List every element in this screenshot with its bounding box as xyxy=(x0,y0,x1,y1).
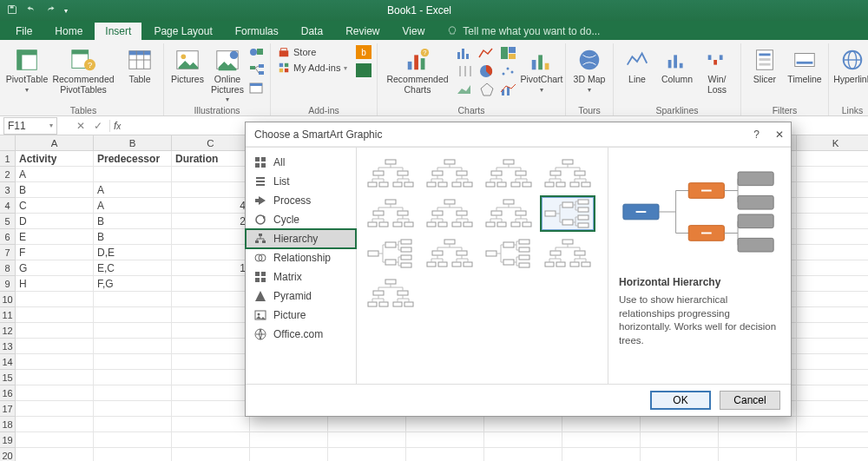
sparkline-column-button[interactable]: Column xyxy=(659,45,695,87)
cell[interactable]: B xyxy=(94,214,172,229)
row-header[interactable]: 14 xyxy=(0,354,16,370)
screenshot-icon[interactable] xyxy=(249,82,265,98)
cell[interactable] xyxy=(172,370,250,385)
cell[interactable] xyxy=(16,401,94,417)
cell[interactable] xyxy=(797,307,868,323)
ok-button[interactable]: OK xyxy=(650,391,711,410)
cell[interactable] xyxy=(16,370,94,385)
cell[interactable]: Predecessor xyxy=(94,151,172,167)
recommended-pivottables-button[interactable]: ?Recommended PivotTables xyxy=(49,45,118,96)
category-picture[interactable]: Picture xyxy=(246,306,356,325)
row-header[interactable]: 17 xyxy=(0,401,16,417)
cell[interactable] xyxy=(797,151,868,167)
cell[interactable] xyxy=(797,292,868,307)
cell[interactable] xyxy=(328,432,406,448)
column-header[interactable]: K xyxy=(797,135,868,151)
cell[interactable]: Duration xyxy=(172,151,250,167)
cell[interactable] xyxy=(719,432,797,448)
tab-insert[interactable]: Insert xyxy=(95,23,141,40)
cell[interactable] xyxy=(562,432,641,448)
help-icon[interactable]: ? xyxy=(753,128,760,141)
pie-chart-icon[interactable] xyxy=(477,63,498,81)
my-addins-button[interactable]: My Add-ins▾ xyxy=(276,61,352,75)
cell[interactable] xyxy=(797,448,868,461)
category-cycle[interactable]: Cycle xyxy=(246,210,356,229)
layout-thumb[interactable] xyxy=(364,276,418,311)
cell[interactable]: E xyxy=(16,229,94,245)
cell[interactable] xyxy=(172,292,250,307)
tab-formulas[interactable]: Formulas xyxy=(225,23,289,40)
row-header[interactable]: 10 xyxy=(0,292,16,307)
category-officecom[interactable]: Office.com xyxy=(246,325,356,344)
category-matrix[interactable]: Matrix xyxy=(246,267,356,286)
cell[interactable] xyxy=(562,417,641,432)
online-pictures-button[interactable]: Online Pictures xyxy=(209,45,246,106)
row-header[interactable]: 6 xyxy=(0,229,16,245)
category-hierarchy[interactable]: Hierarchy xyxy=(246,229,356,248)
people-graph-icon[interactable] xyxy=(356,63,372,80)
qat-dropdown-icon[interactable]: ▾ xyxy=(64,7,68,15)
column-header[interactable]: A xyxy=(16,135,94,151)
row-header[interactable]: 18 xyxy=(0,417,16,432)
row-header[interactable]: 5 xyxy=(0,214,16,229)
layout-thumb[interactable] xyxy=(482,196,536,231)
category-relationship[interactable]: Relationship xyxy=(246,248,356,267)
row-header[interactable]: 3 xyxy=(0,182,16,198)
cell[interactable] xyxy=(16,323,94,339)
cell[interactable]: A xyxy=(16,167,94,182)
sparkline-line-button[interactable]: Line xyxy=(619,45,655,87)
cell[interactable] xyxy=(94,385,172,401)
pivottable-button[interactable]: PivotTable xyxy=(9,45,45,95)
cell[interactable]: Activity xyxy=(16,151,94,167)
cell[interactable] xyxy=(797,260,868,276)
smartart-icon[interactable] xyxy=(249,63,265,80)
cell[interactable] xyxy=(172,432,250,448)
tab-home[interactable]: Home xyxy=(44,23,93,40)
undo-icon[interactable] xyxy=(26,4,36,16)
category-list[interactable]: List xyxy=(246,172,356,191)
cell[interactable]: 4 xyxy=(172,198,250,214)
tab-review[interactable]: Review xyxy=(335,23,390,40)
cell[interactable] xyxy=(172,182,250,198)
cell[interactable] xyxy=(172,245,250,260)
recommended-charts-button[interactable]: ?Recommended Charts xyxy=(383,45,452,96)
cell[interactable] xyxy=(94,167,172,182)
cell[interactable] xyxy=(719,448,797,461)
cell[interactable] xyxy=(172,276,250,292)
stock-chart-icon[interactable] xyxy=(456,63,477,81)
cell[interactable]: E,C xyxy=(94,260,172,276)
cell[interactable] xyxy=(797,354,868,370)
row-header[interactable]: 20 xyxy=(0,448,16,461)
cell[interactable] xyxy=(16,354,94,370)
enter-formula-icon[interactable]: ✓ xyxy=(94,120,102,132)
pivotchart-button[interactable]: PivotChart xyxy=(523,45,560,95)
cell[interactable] xyxy=(797,214,868,229)
cell[interactable] xyxy=(797,385,868,401)
sparkline-winloss-button[interactable]: Win/ Loss xyxy=(699,45,735,96)
cell[interactable] xyxy=(484,432,562,448)
cell[interactable] xyxy=(250,417,328,432)
cell[interactable]: F,G xyxy=(94,276,172,292)
cell[interactable] xyxy=(797,229,868,245)
name-box[interactable]: F11▾ xyxy=(3,117,57,135)
cell[interactable]: B xyxy=(16,182,94,198)
cell[interactable]: C xyxy=(16,198,94,214)
slicer-button[interactable]: Slicer xyxy=(746,45,783,87)
layout-thumb[interactable] xyxy=(541,196,595,231)
3dmap-button[interactable]: 3D Map xyxy=(571,45,608,95)
cell[interactable] xyxy=(172,229,250,245)
cell[interactable] xyxy=(484,448,562,461)
layout-thumb[interactable] xyxy=(364,156,418,191)
column-header[interactable]: C xyxy=(172,135,250,151)
cell[interactable] xyxy=(797,198,868,214)
bing-maps-icon[interactable]: b xyxy=(356,45,372,62)
cell[interactable] xyxy=(797,245,868,260)
cell[interactable] xyxy=(641,448,719,461)
row-header[interactable]: 11 xyxy=(0,307,16,323)
layout-thumb[interactable] xyxy=(482,156,536,191)
layout-thumb[interactable] xyxy=(482,236,536,271)
row-header[interactable]: 13 xyxy=(0,339,16,354)
cell[interactable]: 2 xyxy=(172,214,250,229)
layout-thumb[interactable] xyxy=(423,156,477,191)
cell[interactable]: 1 xyxy=(172,260,250,276)
